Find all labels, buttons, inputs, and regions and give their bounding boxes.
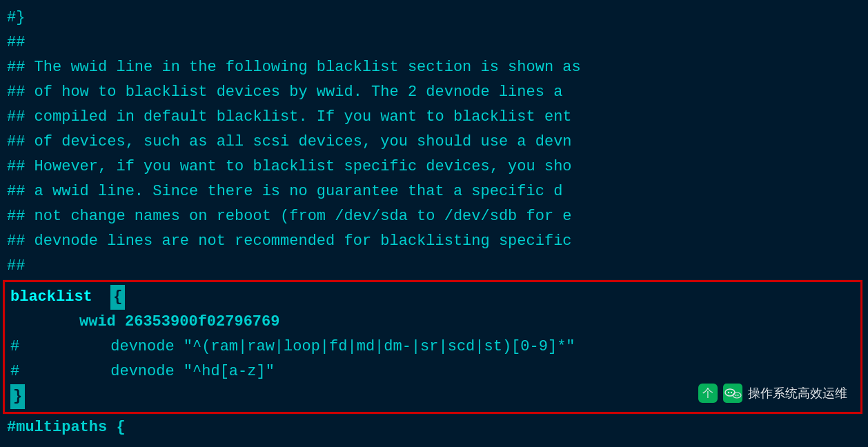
line-4: ## of how to blacklist devices by wwid. … — [0, 80, 868, 105]
svg-point-5 — [736, 395, 737, 396]
line-9: ## not change names on reboot (from /dev… — [0, 204, 868, 229]
watermark-text: 操作系统高效运维 — [748, 381, 847, 406]
wechat-logo-icon — [723, 384, 742, 403]
line-5: ## compiled in default blacklist. If you… — [0, 105, 868, 130]
hash-prefix-2: # — [10, 363, 19, 380]
line-1: #} — [0, 6, 868, 30]
blacklist-keyword: blacklist — [10, 288, 92, 306]
line-11: ## — [0, 254, 868, 279]
blacklist-keyword-line: blacklist { — [10, 285, 855, 310]
devnode-line-1: # devnode "^(ram|raw|loop|fd|md|dm-|sr|s… — [10, 335, 855, 359]
terminal-window: #} ## ## The wwid line in the following … — [0, 0, 868, 447]
open-brace: { — [110, 285, 125, 310]
wwid-line: wwid 26353900f02796769 — [10, 310, 855, 335]
line-2: ## — [0, 30, 868, 55]
svg-point-6 — [738, 395, 739, 396]
line-7: ## However, if you want to blacklist spe… — [0, 155, 868, 179]
svg-point-3 — [731, 392, 732, 393]
close-brace: } — [10, 384, 25, 409]
watermark: 个 操作系统高效运维 — [698, 381, 847, 406]
wechat-icon: 个 — [698, 384, 718, 403]
svg-point-2 — [728, 392, 729, 393]
hash-prefix-1: # — [10, 338, 19, 355]
line-6: ## of devices, such as all scsi devices,… — [0, 130, 868, 155]
line-10: ## devnode lines are not recommended for… — [0, 229, 868, 254]
line-8: ## a wwid line. Since there is no guaran… — [0, 179, 868, 204]
bottom-line: #multipaths { — [0, 415, 868, 440]
line-3: ## The wwid line in the following blackl… — [0, 55, 868, 80]
